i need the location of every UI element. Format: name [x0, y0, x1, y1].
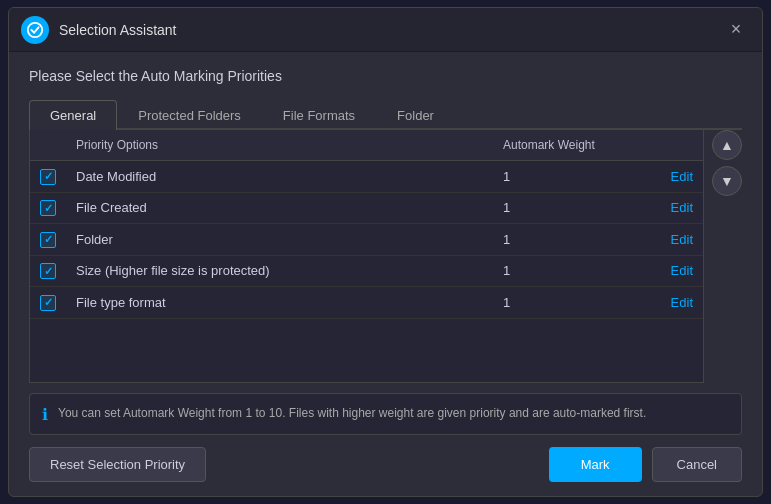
- row-weight-file-type: 1: [493, 287, 643, 319]
- table-row: Date Modified 1 Edit: [30, 161, 703, 193]
- close-button[interactable]: ×: [722, 16, 750, 44]
- row-edit-folder[interactable]: Edit: [671, 232, 693, 247]
- row-label-date-modified: Date Modified: [66, 161, 493, 193]
- priority-table-container: Priority Options Automark Weight Date Mo…: [29, 130, 704, 383]
- tab-general[interactable]: General: [29, 100, 117, 130]
- row-checkbox-file-type[interactable]: [30, 287, 66, 319]
- cancel-button[interactable]: Cancel: [652, 447, 742, 482]
- row-edit-file-created[interactable]: Edit: [671, 200, 693, 215]
- row-edit-date-modified[interactable]: Edit: [671, 169, 693, 184]
- row-label-file-type: File type format: [66, 287, 493, 319]
- tab-file-formats[interactable]: File Formats: [262, 100, 376, 130]
- row-weight-date-modified: 1: [493, 161, 643, 193]
- row-label-size: Size (Higher file size is protected): [66, 255, 493, 287]
- priority-table: Priority Options Automark Weight Date Mo…: [30, 130, 703, 319]
- col-header-weight: Automark Weight: [493, 130, 643, 161]
- selection-assistant-dialog: Selection Assistant × Please Select the …: [8, 7, 763, 497]
- reset-selection-priority-button[interactable]: Reset Selection Priority: [29, 447, 206, 482]
- table-row: Size (Higher file size is protected) 1 E…: [30, 255, 703, 287]
- chevron-up-icon: ▲: [720, 137, 734, 153]
- col-header-checkbox: [30, 130, 66, 161]
- tab-protected-folders[interactable]: Protected Folders: [117, 100, 262, 130]
- mark-button[interactable]: Mark: [549, 447, 642, 482]
- table-row: Folder 1 Edit: [30, 224, 703, 256]
- scroll-up-button[interactable]: ▲: [712, 130, 742, 160]
- col-header-action: [643, 130, 703, 161]
- col-header-priority: Priority Options: [66, 130, 493, 161]
- table-area: Priority Options Automark Weight Date Mo…: [29, 130, 742, 383]
- footer-right-buttons: Mark Cancel: [549, 447, 742, 482]
- app-icon: [21, 16, 49, 44]
- row-edit-size[interactable]: Edit: [671, 263, 693, 278]
- row-weight-folder: 1: [493, 224, 643, 256]
- row-checkbox-date-modified[interactable]: [30, 161, 66, 193]
- row-checkbox-folder[interactable]: [30, 224, 66, 256]
- info-bar: ℹ You can set Automark Weight from 1 to …: [29, 393, 742, 435]
- chevron-down-icon: ▼: [720, 173, 734, 189]
- row-weight-file-created: 1: [493, 192, 643, 224]
- table-row: File type format 1 Edit: [30, 287, 703, 319]
- scroll-controls: ▲ ▼: [712, 130, 742, 383]
- table-row: File Created 1 Edit: [30, 192, 703, 224]
- dialog-body: Please Select the Auto Marking Prioritie…: [9, 52, 762, 496]
- row-label-folder: Folder: [66, 224, 493, 256]
- row-label-file-created: File Created: [66, 192, 493, 224]
- info-icon: ℹ: [42, 405, 48, 424]
- row-checkbox-size[interactable]: [30, 255, 66, 287]
- dialog-title: Selection Assistant: [59, 22, 722, 38]
- scroll-down-button[interactable]: ▼: [712, 166, 742, 196]
- page-title: Please Select the Auto Marking Prioritie…: [29, 68, 742, 84]
- info-text: You can set Automark Weight from 1 to 10…: [58, 404, 646, 422]
- tab-folder[interactable]: Folder: [376, 100, 455, 130]
- svg-point-0: [28, 22, 42, 36]
- row-weight-size: 1: [493, 255, 643, 287]
- row-checkbox-file-created[interactable]: [30, 192, 66, 224]
- titlebar: Selection Assistant ×: [9, 8, 762, 52]
- footer: Reset Selection Priority Mark Cancel: [29, 447, 742, 482]
- row-edit-file-type[interactable]: Edit: [671, 295, 693, 310]
- tabs-bar: General Protected Folders File Formats F…: [29, 98, 742, 130]
